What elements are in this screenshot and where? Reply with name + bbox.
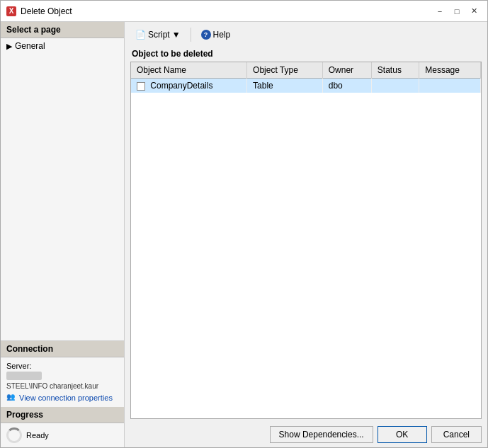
window-title: Delete Object <box>21 6 72 16</box>
maximize-button[interactable]: □ <box>449 4 465 18</box>
user-info: STEEL\INFO charanjeet.kaur <box>6 382 118 390</box>
main-panel: 📄 Script ▼ ? Help Object to be deleted O <box>125 22 487 447</box>
general-icon: ▶ <box>6 42 12 51</box>
script-button[interactable]: 📄 Script ▼ <box>130 28 186 42</box>
objects-table-container: Object Name Object Type Owner Status Mes… <box>130 62 482 419</box>
window-controls: − □ ✕ <box>432 4 482 18</box>
table-row[interactable]: CompanyDetails Table dbo <box>131 79 481 93</box>
server-value-placeholder <box>6 372 42 380</box>
table-header: Object Name Object Type Owner Status Mes… <box>131 62 481 79</box>
col-owner: Owner <box>322 62 371 79</box>
sidebar-item-general[interactable]: ▶ General <box>1 38 124 54</box>
content-area: Select a page ▶ General Connection Serve… <box>1 22 487 447</box>
sidebar-header: Select a page <box>1 22 124 38</box>
help-label: Help <box>213 30 231 40</box>
col-object-type: Object Type <box>247 62 323 79</box>
progress-content: Ready <box>1 423 124 447</box>
connection-header: Connection <box>1 341 124 357</box>
show-dependencies-button[interactable]: Show Dependencies... <box>270 426 373 443</box>
cell-owner: dbo <box>322 79 371 93</box>
col-message: Message <box>419 62 481 79</box>
object-name-value: CompanyDetails <box>150 81 212 91</box>
sidebar-bottom: Connection Server: STEEL\INFO charanjeet… <box>1 340 124 447</box>
table-body: CompanyDetails Table dbo <box>131 79 481 93</box>
help-icon: ? <box>201 30 211 40</box>
toolbar: 📄 Script ▼ ? Help <box>130 26 482 43</box>
help-button[interactable]: ? Help <box>196 28 236 42</box>
section-title: Object to be deleted <box>130 49 482 59</box>
bottom-bar: Show Dependencies... OK Cancel <box>130 423 482 443</box>
cell-status <box>371 79 419 93</box>
col-status: Status <box>371 62 419 79</box>
cell-object-type: Table <box>247 79 323 93</box>
server-label: Server: <box>6 362 118 370</box>
script-label: Script <box>148 30 170 40</box>
toolbar-separator <box>191 28 191 42</box>
window-icon: X <box>6 6 16 16</box>
cell-message <box>419 79 481 93</box>
progress-header: Progress <box>1 407 124 423</box>
row-icon <box>137 82 145 91</box>
objects-table: Object Name Object Type Owner Status Mes… <box>131 62 481 93</box>
view-connection-link[interactable]: 👥 View connection properties <box>6 393 118 403</box>
connection-content: Server: STEEL\INFO charanjeet.kaur 👥 Vie… <box>1 357 124 407</box>
ok-button[interactable]: OK <box>378 426 427 443</box>
connection-icon: 👥 <box>6 393 16 403</box>
cancel-button[interactable]: Cancel <box>431 426 482 443</box>
col-object-name: Object Name <box>131 62 247 79</box>
delete-object-window: X Delete Object − □ ✕ Select a page ▶ Ge… <box>0 0 488 448</box>
title-bar-left: X Delete Object <box>6 6 72 16</box>
title-bar: X Delete Object − □ ✕ <box>1 1 487 22</box>
progress-status: Ready <box>26 431 49 440</box>
script-dropdown-icon: ▼ <box>172 30 181 40</box>
view-connection-label: View connection properties <box>19 394 113 402</box>
cell-object-name: CompanyDetails <box>131 79 247 93</box>
minimize-button[interactable]: − <box>432 4 448 18</box>
close-button[interactable]: ✕ <box>466 4 482 18</box>
script-icon: 📄 <box>135 30 146 40</box>
sidebar: Select a page ▶ General Connection Serve… <box>1 22 125 447</box>
sidebar-general-label: General <box>15 41 45 51</box>
progress-spinner <box>6 427 22 443</box>
server-value-row <box>6 372 118 380</box>
